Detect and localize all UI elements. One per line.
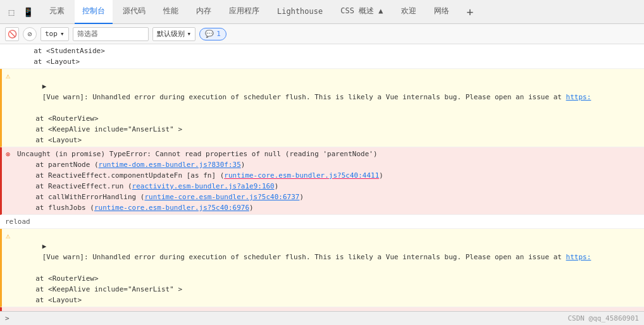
error-message: Uncaught (in promise) TypeError: Cannot … xyxy=(17,149,639,159)
stack-line: at <StudentAside> xyxy=(15,46,639,56)
warn-triangle-icon: ⚠ xyxy=(6,71,10,82)
stack-line: at <Layout> xyxy=(17,135,639,145)
device-icon[interactable]: 📱 xyxy=(22,6,34,18)
stack-line: at ReactiveEffect.componentUpdateFn [as … xyxy=(17,170,639,181)
stack-link-highlight[interactable]: runtime-core.esm-bundler.js?5c40:4411 xyxy=(224,171,379,180)
filter-placeholder: 筛选器 xyxy=(77,29,98,39)
log-entry-warn-2: ⚠ ▶ [Vue warn]: Unhandled error during e… xyxy=(0,229,644,307)
stack-link[interactable]: runtime-core.esm-bundler.js?5c40:6737 xyxy=(144,193,299,201)
expand-arrow-icon[interactable]: ▶ xyxy=(42,81,47,92)
nav-icon-group: ⬚ 📱 xyxy=(5,6,34,18)
reload-text: reload xyxy=(5,216,639,227)
inspect-icon[interactable]: ⬚ xyxy=(5,6,18,18)
stack-line: at <KeepAlive include="AnserList" > xyxy=(17,284,639,295)
stack-line: at <Layout> xyxy=(17,295,639,305)
warn-message-2: ▶ [Vue warn]: Unhandled error during exe… xyxy=(17,230,639,273)
tab-lighthouse[interactable]: Lighthouse xyxy=(269,0,330,24)
stack-line: at <RouterView> xyxy=(17,113,639,124)
clear-console-button[interactable]: 🚫 xyxy=(5,27,19,41)
dropdown-arrow-icon: ▾ xyxy=(60,30,65,38)
tab-welcome[interactable]: 欢迎 xyxy=(393,0,424,24)
log-entry-error-2: ⊗ ▶ Uncaught (in promise) TypeError: Can… xyxy=(0,307,644,311)
log-level-dropdown[interactable]: 默认级别 ▾ xyxy=(152,27,196,41)
stack-line: at flushJobs (runtime-core.esm-bundler.j… xyxy=(17,202,639,213)
warn-triangle-icon-2: ⚠ xyxy=(6,231,10,242)
error-circle-icon: ⊗ xyxy=(6,149,10,160)
stack-line: at <KeepAlive include="AnserList" > xyxy=(17,124,639,135)
warn-link-2[interactable]: https: xyxy=(566,253,591,261)
context-label: top xyxy=(45,30,58,38)
tab-sources[interactable]: 源代码 xyxy=(115,0,153,24)
filter-input[interactable]: 筛选器 xyxy=(73,27,149,41)
console-output: at <StudentAside> at <Layout> ⚠ ▶ [Vue w… xyxy=(0,44,644,311)
message-count-badge: 💬 1 xyxy=(199,28,226,40)
tab-elements[interactable]: 元素 xyxy=(42,0,72,24)
stack-line: at callWithErrorHandling (runtime-core.e… xyxy=(17,192,639,202)
badge-count: 1 xyxy=(216,30,221,38)
block-icon[interactable]: ⊘ xyxy=(23,27,37,41)
credit-text: CSDN @qq_45860901 xyxy=(567,314,639,322)
console-toolbar: 🚫 ⊘ top ▾ 筛选器 默认级别 ▾ 💬 1 xyxy=(0,24,644,44)
stack-line: at <RouterView> xyxy=(17,273,639,284)
tab-network[interactable]: 网络 xyxy=(426,0,457,24)
expand-arrow-icon-2[interactable]: ▶ xyxy=(42,241,47,252)
add-tab-button[interactable]: + xyxy=(462,3,479,21)
level-label: 默认级别 xyxy=(157,29,185,39)
tab-css-overview[interactable]: CSS 概述 ▲ xyxy=(333,0,390,24)
stack-link[interactable]: runtime-dom.esm-bundler.js?830f:35 xyxy=(99,161,241,169)
level-arrow-icon: ▾ xyxy=(187,30,192,38)
tab-application[interactable]: 应用程序 xyxy=(221,0,267,24)
tab-console[interactable]: 控制台 xyxy=(75,0,113,24)
error-message-2: ▶ Uncaught (in promise) TypeError: Canno… xyxy=(17,309,639,311)
stack-link[interactable]: runtime-core.esm-bundler.js?5c40:6976 xyxy=(94,204,249,212)
tab-performance[interactable]: 性能 xyxy=(156,0,186,24)
warn-message: ▶ [Vue warn]: Unhandled error during exe… xyxy=(17,70,639,113)
console-prompt[interactable]: > xyxy=(5,314,9,322)
log-entry-reload: reload xyxy=(0,215,644,229)
log-entry-warn-1: ⚠ ▶ [Vue warn]: Unhandled error during e… xyxy=(0,69,644,147)
log-entry-stack-plain: at <StudentAside> at <Layout> xyxy=(0,44,644,69)
stack-line: at parentNode (runtime-dom.esm-bundler.j… xyxy=(17,159,639,170)
warn-link-1[interactable]: https: xyxy=(566,93,591,101)
log-entry-error-1: ⊗ Uncaught (in promise) TypeError: Canno… xyxy=(0,147,644,215)
stack-line: at <Layout> xyxy=(15,56,639,67)
tab-memory[interactable]: 内存 xyxy=(189,0,219,24)
console-bottom-bar: > CSDN @qq_45860901 xyxy=(0,311,644,325)
context-dropdown[interactable]: top ▾ xyxy=(40,27,69,41)
error-circle-icon-2: ⊗ xyxy=(6,309,10,311)
stack-line: at ReactiveEffect.run (reactivity.esm-bu… xyxy=(17,181,639,192)
stack-link[interactable]: reactivity.esm-bundler.js?a1e9:160 xyxy=(132,182,275,190)
chat-icon: 💬 xyxy=(205,30,214,38)
top-nav-bar: ⬚ 📱 元素 控制台 源代码 性能 内存 应用程序 Lighthouse CSS… xyxy=(0,0,644,24)
